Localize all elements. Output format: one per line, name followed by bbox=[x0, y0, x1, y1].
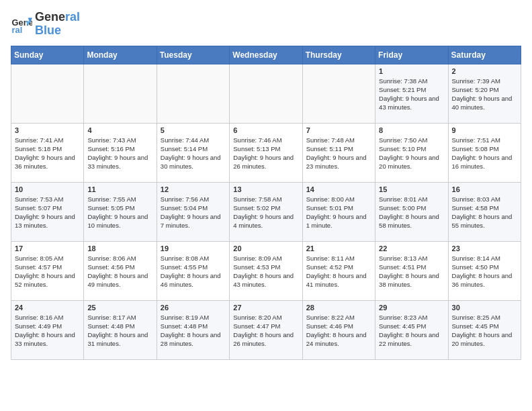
day-info: Sunrise: 8:14 AM Sunset: 4:50 PM Dayligh… bbox=[452, 254, 517, 289]
calendar-cell: 15Sunrise: 8:01 AM Sunset: 5:00 PM Dayli… bbox=[375, 182, 448, 241]
calendar-cell bbox=[302, 64, 375, 123]
day-number: 29 bbox=[379, 304, 444, 312]
day-info: Sunrise: 8:00 AM Sunset: 5:01 PM Dayligh… bbox=[306, 195, 371, 230]
calendar-cell: 22Sunrise: 8:13 AM Sunset: 4:51 PM Dayli… bbox=[375, 241, 448, 300]
day-info: Sunrise: 8:08 AM Sunset: 4:55 PM Dayligh… bbox=[161, 254, 226, 289]
calendar-week-row: 24Sunrise: 8:16 AM Sunset: 4:49 PM Dayli… bbox=[11, 300, 521, 359]
day-info: Sunrise: 7:39 AM Sunset: 5:20 PM Dayligh… bbox=[452, 77, 517, 112]
day-number: 17 bbox=[15, 244, 80, 253]
day-info: Sunrise: 7:51 AM Sunset: 5:08 PM Dayligh… bbox=[452, 136, 517, 171]
logo: Gene ral General Blue bbox=[11, 11, 80, 38]
day-number: 20 bbox=[233, 244, 298, 253]
day-info: Sunrise: 7:50 AM Sunset: 5:10 PM Dayligh… bbox=[379, 136, 444, 171]
calendar-cell: 28Sunrise: 8:22 AM Sunset: 4:46 PM Dayli… bbox=[302, 300, 375, 359]
calendar-cell: 6Sunrise: 7:46 AM Sunset: 5:13 PM Daylig… bbox=[230, 123, 302, 182]
day-info: Sunrise: 8:05 AM Sunset: 4:57 PM Dayligh… bbox=[15, 254, 80, 289]
day-number: 4 bbox=[87, 126, 152, 134]
calendar-week-row: 1Sunrise: 7:38 AM Sunset: 5:21 PM Daylig… bbox=[11, 64, 521, 123]
day-number: 22 bbox=[379, 244, 444, 253]
calendar-cell: 1Sunrise: 7:38 AM Sunset: 5:21 PM Daylig… bbox=[375, 64, 448, 123]
calendar-cell: 23Sunrise: 8:14 AM Sunset: 4:50 PM Dayli… bbox=[448, 241, 521, 300]
page-header: Gene ral General Blue bbox=[11, 11, 521, 38]
weekday-header: Monday bbox=[84, 46, 157, 64]
calendar-cell: 11Sunrise: 7:55 AM Sunset: 5:05 PM Dayli… bbox=[84, 182, 157, 241]
day-number: 27 bbox=[233, 304, 298, 312]
day-number: 2 bbox=[452, 67, 517, 75]
day-number: 15 bbox=[379, 185, 444, 193]
logo-icon: Gene ral bbox=[11, 13, 32, 35]
calendar-cell: 26Sunrise: 8:19 AM Sunset: 4:48 PM Dayli… bbox=[157, 300, 229, 359]
calendar-cell: 25Sunrise: 8:17 AM Sunset: 4:48 PM Dayli… bbox=[84, 300, 157, 359]
day-number: 21 bbox=[306, 244, 371, 253]
day-number: 6 bbox=[233, 126, 298, 134]
day-number: 16 bbox=[452, 185, 517, 193]
day-info: Sunrise: 8:23 AM Sunset: 4:45 PM Dayligh… bbox=[379, 313, 444, 349]
day-number: 30 bbox=[452, 304, 517, 312]
day-number: 19 bbox=[161, 244, 226, 253]
calendar-cell bbox=[157, 64, 229, 123]
day-number: 14 bbox=[306, 185, 371, 193]
day-number: 18 bbox=[87, 244, 152, 253]
day-info: Sunrise: 8:19 AM Sunset: 4:48 PM Dayligh… bbox=[161, 313, 226, 349]
calendar-cell: 3Sunrise: 7:41 AM Sunset: 5:18 PM Daylig… bbox=[11, 123, 84, 182]
day-info: Sunrise: 7:56 AM Sunset: 5:04 PM Dayligh… bbox=[161, 195, 226, 230]
day-number: 13 bbox=[233, 185, 298, 193]
day-info: Sunrise: 7:43 AM Sunset: 5:16 PM Dayligh… bbox=[87, 136, 152, 171]
calendar-table: SundayMondayTuesdayWednesdayThursdayFrid… bbox=[11, 46, 521, 360]
calendar-cell: 2Sunrise: 7:39 AM Sunset: 5:20 PM Daylig… bbox=[448, 64, 521, 123]
day-info: Sunrise: 8:17 AM Sunset: 4:48 PM Dayligh… bbox=[87, 313, 152, 349]
day-info: Sunrise: 8:20 AM Sunset: 4:47 PM Dayligh… bbox=[233, 313, 298, 349]
calendar-cell: 29Sunrise: 8:23 AM Sunset: 4:45 PM Dayli… bbox=[375, 300, 448, 359]
day-info: Sunrise: 8:11 AM Sunset: 4:52 PM Dayligh… bbox=[306, 254, 371, 289]
day-info: Sunrise: 7:38 AM Sunset: 5:21 PM Dayligh… bbox=[379, 77, 444, 112]
calendar-cell bbox=[11, 64, 84, 123]
weekday-header: Thursday bbox=[302, 46, 375, 64]
day-info: Sunrise: 8:09 AM Sunset: 4:53 PM Dayligh… bbox=[233, 254, 298, 289]
day-info: Sunrise: 7:48 AM Sunset: 5:11 PM Dayligh… bbox=[306, 136, 371, 171]
day-number: 12 bbox=[161, 185, 226, 193]
calendar-week-row: 10Sunrise: 7:53 AM Sunset: 5:07 PM Dayli… bbox=[11, 182, 521, 241]
day-info: Sunrise: 8:16 AM Sunset: 4:49 PM Dayligh… bbox=[15, 313, 80, 349]
calendar-cell: 14Sunrise: 8:00 AM Sunset: 5:01 PM Dayli… bbox=[302, 182, 375, 241]
day-number: 28 bbox=[306, 304, 371, 312]
calendar-cell: 21Sunrise: 8:11 AM Sunset: 4:52 PM Dayli… bbox=[302, 241, 375, 300]
weekday-header: Saturday bbox=[448, 46, 521, 64]
calendar-header-row: SundayMondayTuesdayWednesdayThursdayFrid… bbox=[11, 46, 521, 64]
calendar-cell bbox=[230, 64, 302, 123]
weekday-header: Wednesday bbox=[230, 46, 302, 64]
day-info: Sunrise: 7:41 AM Sunset: 5:18 PM Dayligh… bbox=[15, 136, 80, 171]
calendar-week-row: 17Sunrise: 8:05 AM Sunset: 4:57 PM Dayli… bbox=[11, 241, 521, 300]
calendar-cell: 5Sunrise: 7:44 AM Sunset: 5:14 PM Daylig… bbox=[157, 123, 229, 182]
day-info: Sunrise: 7:55 AM Sunset: 5:05 PM Dayligh… bbox=[87, 195, 152, 230]
day-number: 9 bbox=[452, 126, 517, 134]
calendar-cell: 9Sunrise: 7:51 AM Sunset: 5:08 PM Daylig… bbox=[448, 123, 521, 182]
calendar-cell: 12Sunrise: 7:56 AM Sunset: 5:04 PM Dayli… bbox=[157, 182, 229, 241]
calendar-cell: 18Sunrise: 8:06 AM Sunset: 4:56 PM Dayli… bbox=[84, 241, 157, 300]
day-number: 7 bbox=[306, 126, 371, 134]
day-info: Sunrise: 8:03 AM Sunset: 4:58 PM Dayligh… bbox=[452, 195, 517, 230]
calendar-cell: 7Sunrise: 7:48 AM Sunset: 5:11 PM Daylig… bbox=[302, 123, 375, 182]
logo-text-line2: Blue bbox=[35, 24, 80, 38]
calendar-cell: 13Sunrise: 7:58 AM Sunset: 5:02 PM Dayli… bbox=[230, 182, 302, 241]
day-info: Sunrise: 7:44 AM Sunset: 5:14 PM Dayligh… bbox=[161, 136, 226, 171]
day-number: 5 bbox=[161, 126, 226, 134]
calendar-cell: 19Sunrise: 8:08 AM Sunset: 4:55 PM Dayli… bbox=[157, 241, 229, 300]
day-info: Sunrise: 7:46 AM Sunset: 5:13 PM Dayligh… bbox=[233, 136, 298, 171]
weekday-header: Tuesday bbox=[157, 46, 229, 64]
calendar-cell: 17Sunrise: 8:05 AM Sunset: 4:57 PM Dayli… bbox=[11, 241, 84, 300]
calendar-week-row: 3Sunrise: 7:41 AM Sunset: 5:18 PM Daylig… bbox=[11, 123, 521, 182]
day-info: Sunrise: 8:01 AM Sunset: 5:00 PM Dayligh… bbox=[379, 195, 444, 230]
calendar-cell: 16Sunrise: 8:03 AM Sunset: 4:58 PM Dayli… bbox=[448, 182, 521, 241]
day-number: 10 bbox=[15, 185, 80, 193]
day-number: 3 bbox=[15, 126, 80, 134]
calendar-cell: 20Sunrise: 8:09 AM Sunset: 4:53 PM Dayli… bbox=[230, 241, 302, 300]
day-number: 23 bbox=[452, 244, 517, 253]
calendar-cell: 30Sunrise: 8:25 AM Sunset: 4:45 PM Dayli… bbox=[448, 300, 521, 359]
calendar-cell: 27Sunrise: 8:20 AM Sunset: 4:47 PM Dayli… bbox=[230, 300, 302, 359]
day-number: 11 bbox=[87, 185, 152, 193]
calendar-cell: 4Sunrise: 7:43 AM Sunset: 5:16 PM Daylig… bbox=[84, 123, 157, 182]
day-number: 1 bbox=[379, 67, 444, 75]
calendar-cell: 10Sunrise: 7:53 AM Sunset: 5:07 PM Dayli… bbox=[11, 182, 84, 241]
logo-text-line1: General bbox=[35, 11, 80, 24]
day-info: Sunrise: 7:53 AM Sunset: 5:07 PM Dayligh… bbox=[15, 195, 80, 230]
